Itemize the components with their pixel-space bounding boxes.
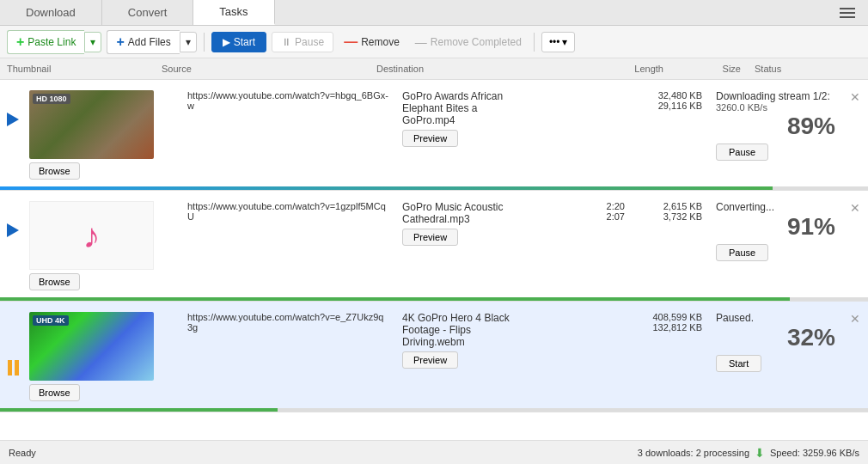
source-url: https://www.youtube.com/watch?v=hbgq_6BG…	[187, 90, 388, 111]
tabs-bar: Download Convert Tasks	[0, 0, 868, 26]
col-size: Size	[670, 62, 748, 76]
col-source: Source	[155, 62, 370, 76]
start-button[interactable]: ▶ Start	[211, 32, 266, 52]
tab-download[interactable]: Download	[0, 0, 102, 25]
progress-bar	[0, 186, 773, 190]
task-close-col[interactable]: ✕	[842, 198, 868, 215]
progress-bar	[0, 297, 790, 301]
dots-icon: •••	[549, 36, 560, 48]
paste-link-dropdown[interactable]: ▾	[84, 32, 101, 52]
preview-button[interactable]: Preview	[402, 130, 458, 147]
task-thumbnail-col: UHD 4K Browse	[26, 308, 180, 405]
progress-bar-container	[0, 186, 868, 190]
paste-link-button[interactable]: + Paste Link	[7, 30, 84, 54]
task-length-col	[529, 87, 632, 94]
browse-button[interactable]: Browse	[29, 384, 80, 401]
add-files-button[interactable]: + Add Files	[107, 30, 179, 54]
table-row: ♪ Browse https://www.youtube.com/watch?v…	[0, 191, 868, 302]
speed-text: 3260.0 KB/s	[716, 102, 835, 113]
status-text: Downloading stream 1/2:	[716, 90, 835, 102]
remove-completed-icon: —	[415, 35, 427, 49]
sep1	[204, 33, 205, 52]
preview-button[interactable]: Preview	[402, 351, 458, 369]
quality-badge: HD 1080	[33, 94, 70, 104]
table-row: UHD 4K Browse https://www.youtube.com/wa…	[0, 302, 868, 412]
tab-convert[interactable]: Convert	[102, 0, 194, 25]
thumbnail-image: HD 1080	[29, 90, 154, 159]
source-url: https://www.youtube.com/watch?v=e_Z7Ukz9…	[187, 312, 388, 333]
pause-action-button[interactable]: Pause	[716, 244, 768, 261]
task-dest-col: GoPro Music Acoustic Cathedral.mp3 Previ…	[395, 198, 529, 249]
browse-button[interactable]: Browse	[29, 162, 80, 180]
add-icon: +	[116, 34, 124, 50]
task-play-col	[0, 308, 26, 375]
remove-button[interactable]: — Remove	[339, 31, 405, 53]
task-size-col: 2,615 KB 3,732 KB	[632, 198, 709, 225]
quality-badge: UHD 4K	[33, 315, 69, 326]
pause-bar-right	[15, 360, 19, 375]
dest-filename: 4K GoPro Hero 4 Black Footage - Flips Dr…	[402, 312, 522, 348]
pause-action-button[interactable]: Pause	[716, 143, 768, 161]
tab-tasks[interactable]: Tasks	[193, 0, 274, 25]
more-button[interactable]: ••• ▾	[541, 32, 575, 52]
task-url-col: https://www.youtube.com/watch?v=1gzplf5M…	[180, 198, 395, 225]
percent-text: 89%	[716, 113, 835, 140]
pause-button[interactable]: ⏸ Pause	[272, 32, 333, 52]
task-status-col: Paused. 32% Start	[709, 308, 842, 375]
play-button[interactable]	[7, 113, 19, 126]
size-current: 132,812 KB	[639, 322, 702, 333]
size-original: 408,599 KB	[639, 312, 702, 322]
paste-link-group: + Paste Link ▾	[7, 30, 101, 54]
task-close-col[interactable]: ✕	[842, 87, 868, 104]
preview-button[interactable]: Preview	[402, 229, 458, 246]
menu-icon[interactable]	[835, 3, 859, 22]
remove-icon: —	[344, 34, 358, 50]
col-length: Length	[567, 62, 670, 76]
length-original: 2:20	[535, 201, 625, 211]
plus-icon: +	[16, 34, 24, 50]
toolbar: + Paste Link ▾ + Add Files ▾ ▶ Start ⏸ P…	[0, 26, 868, 58]
task-close-col[interactable]: ✕	[842, 308, 868, 326]
ready-status: Ready	[9, 448, 36, 458]
percent-text: 91%	[716, 213, 835, 241]
task-length-col	[529, 308, 632, 315]
task-play-col	[0, 87, 26, 126]
music-note-icon: ♪	[83, 217, 101, 255]
downloads-info: 3 downloads: 2 processing	[638, 448, 749, 458]
size-original: 2,615 KB	[639, 201, 702, 211]
pause-button[interactable]	[8, 334, 19, 375]
dest-filename: GoPro Music Acoustic Cathedral.mp3	[402, 201, 522, 225]
play-button[interactable]	[7, 223, 19, 237]
task-dest-col: GoPro Awards African Elephant Bites a Go…	[395, 87, 529, 150]
status-bar-right: 3 downloads: 2 processing ⬇ Speed: 3259.…	[638, 446, 859, 460]
thumbnail-music: ♪	[29, 201, 154, 270]
task-play-col	[0, 198, 26, 237]
table-row: HD 1080 Browse https://www.youtube.com/w…	[0, 80, 868, 191]
size-original: 32,480 KB	[639, 90, 702, 101]
col-thumbnail: Thumbnail	[0, 62, 155, 76]
progress-bar-container	[0, 408, 868, 412]
status-bar: Ready 3 downloads: 2 processing ⬇ Speed:…	[0, 440, 868, 464]
remove-completed-button[interactable]: — Remove Completed	[410, 32, 527, 52]
task-thumbnail-col: ♪ Browse	[26, 198, 180, 294]
task-status-col: Downloading stream 1/2: 3260.0 KB/s 89% …	[709, 87, 842, 164]
add-files-dropdown[interactable]: ▾	[180, 32, 197, 52]
task-url-col: https://www.youtube.com/watch?v=e_Z7Ukz9…	[180, 308, 395, 336]
task-status-col: Converting... 91% Pause	[709, 198, 842, 265]
status-text: Paused.	[716, 312, 835, 324]
percent-text: 32%	[716, 324, 835, 351]
sep2	[534, 33, 535, 52]
start-action-button[interactable]: Start	[716, 355, 761, 372]
task-dest-col: 4K GoPro Hero 4 Black Footage - Flips Dr…	[395, 308, 529, 372]
thumbnail-image: UHD 4K	[29, 312, 154, 381]
browse-button[interactable]: Browse	[29, 273, 80, 290]
source-url: https://www.youtube.com/watch?v=1gzplf5M…	[187, 201, 388, 222]
task-size-col: 32,480 KB 29,116 KB	[632, 87, 709, 114]
col-destination: Destination	[370, 62, 567, 76]
play-icon: ▶	[223, 36, 230, 48]
column-headers: Thumbnail Source Destination Length Size…	[0, 58, 868, 80]
progress-bar-container	[0, 297, 868, 301]
task-table: HD 1080 Browse https://www.youtube.com/w…	[0, 80, 868, 440]
speed-label: Speed: 3259.96 KB/s	[770, 448, 859, 458]
status-text: Converting...	[716, 201, 835, 213]
